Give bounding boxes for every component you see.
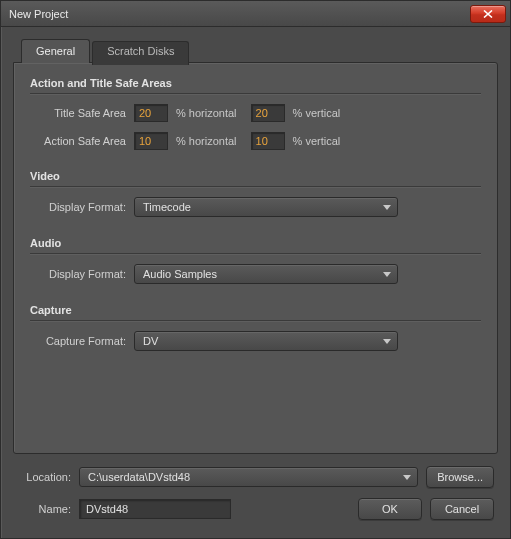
group-title-video: Video <box>30 170 481 182</box>
label-action-safe: Action Safe Area <box>30 135 134 147</box>
row-action-safe: Action Safe Area % horizontal % vertical <box>30 132 481 150</box>
label-v-unit: % vertical <box>293 107 341 119</box>
tab-general[interactable]: General <box>21 39 90 63</box>
row-name: Name: OK Cancel <box>17 498 494 520</box>
chevron-down-icon <box>403 475 411 480</box>
group-title-safe-areas: Action and Title Safe Areas <box>30 77 481 89</box>
label-name: Name: <box>17 503 79 515</box>
chevron-down-icon <box>383 205 391 210</box>
divider <box>30 93 481 94</box>
chevron-down-icon <box>383 339 391 344</box>
name-input[interactable] <box>79 499 231 519</box>
row-audio-display-format: Display Format: Audio Samples <box>30 264 481 284</box>
label-title-safe: Title Safe Area <box>30 107 134 119</box>
general-panel: Action and Title Safe Areas Title Safe A… <box>13 62 498 454</box>
row-title-safe: Title Safe Area % horizontal % vertical <box>30 104 481 122</box>
group-capture: Capture Capture Format: DV <box>30 304 481 351</box>
footer: Location: C:\userdata\DVstd48 Browse... … <box>13 454 498 526</box>
label-h-unit: % horizontal <box>176 135 237 147</box>
new-project-dialog: New Project General Scratch Disks Action… <box>0 0 511 539</box>
browse-button[interactable]: Browse... <box>426 466 494 488</box>
label-audio-display-format: Display Format: <box>30 268 134 280</box>
action-safe-vertical-input[interactable] <box>251 132 285 150</box>
titlebar: New Project <box>1 1 510 27</box>
label-capture-format: Capture Format: <box>30 335 134 347</box>
dropdown-value: Audio Samples <box>143 268 377 280</box>
location-dropdown[interactable]: C:\userdata\DVstd48 <box>79 467 418 487</box>
group-title-capture: Capture <box>30 304 481 316</box>
action-safe-horizontal-input[interactable] <box>134 132 168 150</box>
video-display-format-dropdown[interactable]: Timecode <box>134 197 398 217</box>
group-title-audio: Audio <box>30 237 481 249</box>
tab-scratch-disks[interactable]: Scratch Disks <box>92 41 189 65</box>
group-video: Video Display Format: Timecode <box>30 170 481 217</box>
audio-display-format-dropdown[interactable]: Audio Samples <box>134 264 398 284</box>
title-safe-vertical-input[interactable] <box>251 104 285 122</box>
dropdown-value: DV <box>143 335 377 347</box>
row-location: Location: C:\userdata\DVstd48 Browse... <box>17 466 494 488</box>
content-area: General Scratch Disks Action and Title S… <box>1 27 510 538</box>
label-location: Location: <box>17 471 79 483</box>
close-button[interactable] <box>470 5 506 23</box>
divider <box>30 320 481 321</box>
cancel-button[interactable]: Cancel <box>430 498 494 520</box>
label-h-unit: % horizontal <box>176 107 237 119</box>
row-video-display-format: Display Format: Timecode <box>30 197 481 217</box>
divider <box>30 186 481 187</box>
capture-format-dropdown[interactable]: DV <box>134 331 398 351</box>
divider <box>30 253 481 254</box>
tab-bar: General Scratch Disks <box>21 39 498 63</box>
group-audio: Audio Display Format: Audio Samples <box>30 237 481 284</box>
group-safe-areas: Action and Title Safe Areas Title Safe A… <box>30 77 481 150</box>
dropdown-value: C:\userdata\DVstd48 <box>88 471 397 483</box>
chevron-down-icon <box>383 272 391 277</box>
ok-button[interactable]: OK <box>358 498 422 520</box>
close-icon <box>483 10 493 18</box>
window-title: New Project <box>9 8 470 20</box>
label-video-display-format: Display Format: <box>30 201 134 213</box>
row-capture-format: Capture Format: DV <box>30 331 481 351</box>
label-v-unit: % vertical <box>293 135 341 147</box>
title-safe-horizontal-input[interactable] <box>134 104 168 122</box>
dropdown-value: Timecode <box>143 201 377 213</box>
